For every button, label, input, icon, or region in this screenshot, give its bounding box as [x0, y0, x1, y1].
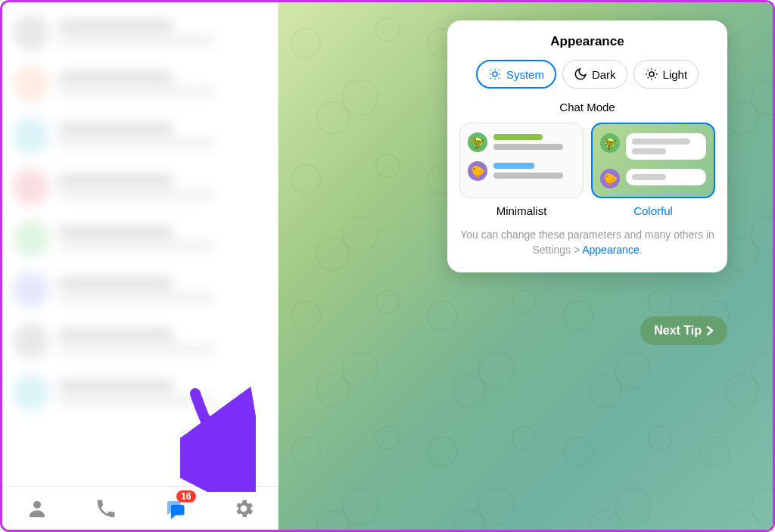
svg-point-1: [493, 72, 497, 76]
chat-list-item[interactable]: [2, 161, 278, 213]
hint-text: You can change these parameters and many…: [459, 228, 715, 257]
theme-label: System: [506, 68, 544, 81]
theme-label: Light: [663, 68, 688, 81]
chat-list-item[interactable]: [2, 264, 278, 316]
moon-icon: [574, 67, 587, 81]
chat-mode-title: Chat Mode: [459, 101, 715, 114]
contacts-icon: [26, 497, 48, 520]
chat-list-item[interactable]: [2, 58, 278, 110]
appearance-tips-card: Appearance System Dark Light Chat Mode 🦖: [447, 20, 727, 272]
tips-title: Appearance: [459, 34, 715, 49]
tab-chats[interactable]: 16: [158, 492, 191, 525]
theme-option-dark[interactable]: Dark: [562, 60, 627, 89]
chat-list-item[interactable]: [2, 316, 278, 367]
main-pane: Appearance System Dark Light Chat Mode 🦖: [279, 2, 773, 530]
sun-icon: [645, 67, 658, 81]
avatar-icon: 🐤: [600, 169, 620, 188]
phone-icon: [95, 497, 117, 520]
chats-badge: 16: [176, 490, 195, 502]
chat-list-item[interactable]: [2, 110, 278, 161]
sidebar: 16: [2, 2, 279, 530]
tab-calls[interactable]: [89, 492, 123, 525]
colorful-preview: 🦖 🐤: [591, 123, 715, 198]
chat-mode-options: 🦖 🐤 Minimalist 🦖: [459, 123, 715, 217]
chevron-right-icon: [706, 325, 714, 336]
avatar-icon: 🦖: [600, 133, 620, 153]
avatar-icon: 🐤: [468, 161, 487, 181]
chat-mode-minimalist[interactable]: 🦖 🐤 Minimalist: [459, 123, 584, 217]
chat-list-item[interactable]: [2, 213, 278, 264]
tab-contacts[interactable]: [20, 492, 54, 525]
next-tip-button[interactable]: Next Tip: [640, 316, 727, 345]
theme-label: Dark: [592, 68, 616, 81]
minimalist-preview: 🦖 🐤: [459, 123, 584, 198]
theme-options: System Dark Light: [459, 60, 715, 89]
chat-list: [2, 2, 278, 486]
mode-label: Minimalist: [459, 204, 584, 217]
mode-label: Colorful: [591, 204, 715, 217]
chat-list-item[interactable]: [2, 367, 278, 418]
svg-point-0: [33, 501, 41, 509]
theme-option-light[interactable]: Light: [633, 60, 699, 89]
bottom-tab-bar: 16: [2, 486, 278, 530]
svg-point-2: [649, 72, 654, 76]
tab-settings[interactable]: [227, 492, 260, 525]
system-theme-icon: [488, 67, 502, 81]
appearance-link[interactable]: Appearance: [582, 244, 640, 256]
gear-icon: [232, 497, 255, 520]
chat-mode-colorful[interactable]: 🦖 🐤 Colorful: [591, 123, 715, 217]
chat-list-item[interactable]: [2, 7, 278, 58]
avatar-icon: 🦖: [468, 132, 487, 152]
theme-option-system[interactable]: System: [476, 60, 556, 89]
